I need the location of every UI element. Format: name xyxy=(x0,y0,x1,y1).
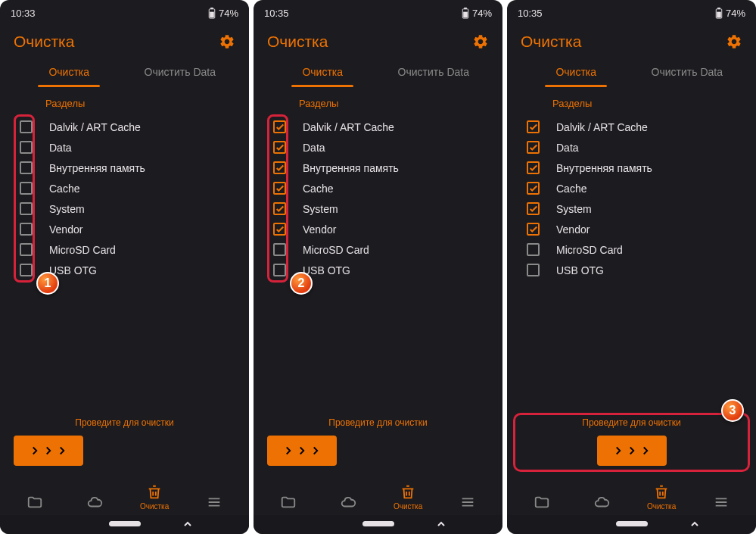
checkbox[interactable] xyxy=(273,120,286,133)
cloud-icon xyxy=(86,494,103,511)
checkbox[interactable] xyxy=(273,264,286,276)
nav-cleanup[interactable]: Очистка xyxy=(632,484,692,511)
nav-cloud[interactable] xyxy=(571,494,631,511)
home-pill[interactable] xyxy=(362,521,394,526)
list-item-label: Dalvik / ART Cache xyxy=(556,121,648,133)
caret-up-icon[interactable] xyxy=(182,519,193,529)
list-item[interactable]: USB OTG xyxy=(273,260,483,280)
swipe-label: Проведите для очистки xyxy=(267,417,489,428)
nav-cloud[interactable] xyxy=(318,494,378,511)
checkbox[interactable] xyxy=(527,161,540,174)
list-item-label: Data xyxy=(303,142,325,154)
gear-icon[interactable] xyxy=(472,33,489,50)
checkbox[interactable] xyxy=(20,161,33,174)
nav-menu[interactable] xyxy=(692,494,751,511)
checkbox[interactable] xyxy=(273,202,286,215)
list-item[interactable]: System xyxy=(527,198,736,219)
chevron-right-icon xyxy=(311,446,320,455)
checkbox[interactable] xyxy=(527,243,540,256)
caret-up-icon[interactable] xyxy=(689,519,700,529)
tab-cleanup[interactable]: Очистка xyxy=(267,58,378,87)
nav-cleanup[interactable]: Очистка xyxy=(378,484,438,511)
checkbox[interactable] xyxy=(273,243,286,256)
gear-icon[interactable] xyxy=(726,33,742,50)
checkbox[interactable] xyxy=(527,182,540,195)
checkbox[interactable] xyxy=(527,120,540,133)
tab-cleanup[interactable]: Очистка xyxy=(521,58,632,87)
list-item[interactable]: Data xyxy=(20,137,229,158)
tab-cleanup[interactable]: Очистка xyxy=(14,58,125,87)
list-item[interactable]: MicroSD Card xyxy=(273,239,483,260)
list-item[interactable]: USB OTG xyxy=(527,260,736,280)
tabs: Очистка Очистить Data xyxy=(507,58,756,87)
partition-list: Dalvik / ART CacheDataВнутренняя памятьC… xyxy=(527,117,736,280)
nav-menu[interactable] xyxy=(438,494,498,511)
list-item[interactable]: MicroSD Card xyxy=(527,239,736,260)
checkbox[interactable] xyxy=(20,223,33,236)
header: Очистка xyxy=(0,23,249,58)
tab-clear-data[interactable]: Очистить Data xyxy=(125,58,236,87)
list-item-label: Dalvik / ART Cache xyxy=(303,121,394,133)
swipe-button[interactable] xyxy=(597,436,667,466)
list-item[interactable]: Внутренняя память xyxy=(20,158,229,178)
nav-label: Очистка xyxy=(647,502,676,511)
caret-up-icon[interactable] xyxy=(436,519,446,529)
list-item-label: Data xyxy=(556,142,579,154)
checkbox[interactable] xyxy=(273,223,286,236)
checkbox[interactable] xyxy=(527,264,540,276)
list-item[interactable]: Cache xyxy=(273,178,483,198)
list-item[interactable]: Cache xyxy=(20,178,229,198)
svg-rect-4 xyxy=(464,8,467,9)
list-item-label: USB OTG xyxy=(556,264,604,276)
checkbox[interactable] xyxy=(273,182,286,195)
swipe-button[interactable] xyxy=(267,436,337,466)
svg-rect-1 xyxy=(210,8,213,9)
checkbox[interactable] xyxy=(273,141,286,154)
list-item[interactable]: Dalvik / ART Cache xyxy=(527,117,736,137)
home-pill[interactable] xyxy=(109,521,141,526)
list-item[interactable]: Dalvik / ART Cache xyxy=(20,117,229,137)
list-item[interactable]: MicroSD Card xyxy=(20,239,229,260)
battery-percent: 74% xyxy=(472,8,492,19)
checkbox[interactable] xyxy=(527,223,540,236)
list-item[interactable]: Внутренняя память xyxy=(527,158,736,178)
nav-files[interactable] xyxy=(512,494,571,511)
tab-clear-data[interactable]: Очистить Data xyxy=(378,58,490,87)
list-item[interactable]: Cache xyxy=(527,178,736,198)
checkbox[interactable] xyxy=(527,141,540,154)
list-item[interactable]: Vendor xyxy=(273,219,483,239)
nav-files[interactable] xyxy=(258,494,318,511)
list-item[interactable]: USB OTG xyxy=(20,260,229,280)
list-item[interactable]: Vendor xyxy=(527,219,736,239)
list-item-label: Cache xyxy=(556,183,586,195)
checkbox[interactable] xyxy=(20,120,33,133)
list-item[interactable]: System xyxy=(273,198,483,219)
nav-cloud[interactable] xyxy=(64,494,124,511)
checkbox[interactable] xyxy=(20,264,33,276)
nav-cleanup[interactable]: Очистка xyxy=(125,484,185,511)
list-item[interactable]: Data xyxy=(527,137,736,158)
nav-menu[interactable] xyxy=(185,494,244,511)
checkbox[interactable] xyxy=(273,161,286,174)
list-item-label: Cache xyxy=(303,183,333,195)
swipe-button[interactable] xyxy=(14,436,83,466)
list-item[interactable]: System xyxy=(20,198,229,219)
nav-label: Очистка xyxy=(394,502,422,511)
list-item[interactable]: Внутренняя память xyxy=(273,158,483,178)
list-item[interactable]: Data xyxy=(273,137,483,158)
checkbox[interactable] xyxy=(527,202,540,215)
content: Разделы Dalvik / ART CacheDataВнутренняя… xyxy=(0,87,249,476)
checkbox[interactable] xyxy=(20,141,33,154)
list-item[interactable]: Vendor xyxy=(20,219,229,239)
checkbox[interactable] xyxy=(20,202,33,215)
checkbox[interactable] xyxy=(20,243,33,256)
checkbox[interactable] xyxy=(20,182,33,195)
phone-screen-2: 10:35 74% Очистка Очистка Очистить Data … xyxy=(254,0,502,534)
chevron-right-icon xyxy=(284,446,293,455)
list-item-label: System xyxy=(556,203,592,215)
nav-files[interactable] xyxy=(5,494,64,511)
list-item[interactable]: Dalvik / ART Cache xyxy=(273,117,483,137)
tab-clear-data[interactable]: Очистить Data xyxy=(632,58,743,87)
home-pill[interactable] xyxy=(616,521,648,526)
gear-icon[interactable] xyxy=(219,33,235,50)
